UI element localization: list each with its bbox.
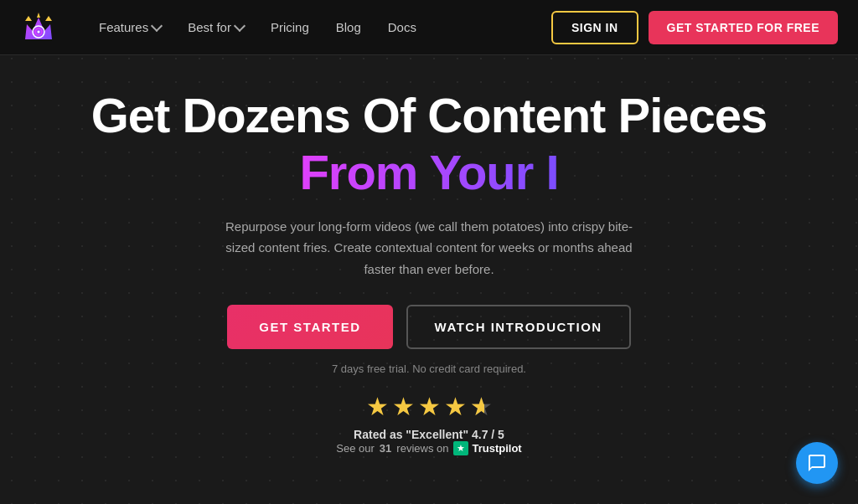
nav-features[interactable]: Features <box>87 13 173 41</box>
trustpilot-review-count: 31 <box>380 442 391 455</box>
trustpilot-reviews-on: reviews on <box>396 442 448 455</box>
trustpilot-name: Trustpilot <box>472 442 521 455</box>
hero-title-line1: Get Dozens Of Content Pieces <box>91 89 768 142</box>
star-2: ★ <box>392 392 415 421</box>
hero-title-line2: From Your I <box>299 146 558 199</box>
svg-marker-1 <box>25 16 32 21</box>
chevron-down-icon <box>151 20 163 32</box>
nav-blog[interactable]: Blog <box>324 13 373 41</box>
trustpilot-row: See our 31 reviews on ★ Trustpilot <box>336 441 521 455</box>
svg-marker-3 <box>45 16 52 21</box>
signin-button[interactable]: SIGN IN <box>551 11 638 44</box>
getstarted-nav-button[interactable]: GET STARTED FOR FREE <box>649 11 838 44</box>
chevron-down-icon <box>234 20 246 32</box>
navbar: Features Best for Pricing Blog Docs SIGN… <box>0 0 858 55</box>
svg-point-6 <box>38 30 40 33</box>
star-5-half: ★ ★ <box>470 392 493 421</box>
trustpilot-logo: ★ Trustpilot <box>453 441 521 455</box>
svg-marker-2 <box>37 13 40 18</box>
star-4: ★ <box>444 392 467 421</box>
star-3: ★ <box>418 392 441 421</box>
get-started-button[interactable]: GET STARTED <box>227 305 392 349</box>
chat-icon <box>807 453 827 473</box>
stars-row: ★ ★ ★ ★ ★ ★ <box>366 392 493 421</box>
logo[interactable] <box>20 9 57 46</box>
rating-text: Rated as "Excellent" 4.7 / 5 <box>354 428 504 441</box>
logo-icon <box>20 9 57 46</box>
watch-introduction-button[interactable]: WATCH INTRODUCTION <box>406 305 631 349</box>
trustpilot-see-our: See our <box>336 442 375 455</box>
chat-button[interactable] <box>796 442 838 484</box>
nav-actions: SIGN IN GET STARTED FOR FREE <box>551 11 838 44</box>
hero-section: Get Dozens Of Content Pieces From Your I… <box>0 55 858 472</box>
hero-subtitle: Repurpose your long-form videos (we call… <box>211 216 647 280</box>
nav-docs[interactable]: Docs <box>376 13 428 41</box>
free-trial-text: 7 days free trial. No credit card requir… <box>332 363 526 375</box>
nav-pricing[interactable]: Pricing <box>259 13 321 41</box>
hero-buttons: GET STARTED WATCH INTRODUCTION <box>227 305 630 349</box>
nav-bestfor[interactable]: Best for <box>176 13 256 41</box>
nav-links: Features Best for Pricing Blog Docs <box>87 13 551 41</box>
star-1: ★ <box>366 392 389 421</box>
trustpilot-star-icon: ★ <box>453 441 468 455</box>
